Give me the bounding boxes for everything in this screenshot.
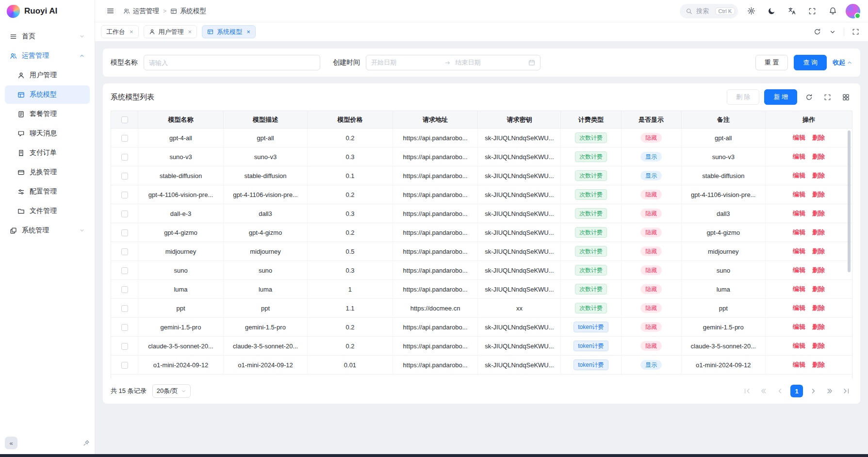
breadcrumb: 运营管理 > 系统模型 [123,7,206,16]
row-checkbox[interactable] [121,229,128,236]
first-page-icon[interactable] [741,385,753,397]
delete-link[interactable]: 删除 [812,191,825,198]
sidebar-item-exchange-management[interactable]: 兑换管理 [5,163,90,181]
current-page[interactable]: 1 [790,385,803,397]
edit-link[interactable]: 编辑 [793,228,805,236]
edit-link[interactable]: 编辑 [793,342,805,349]
close-icon[interactable]: × [246,28,250,35]
chevrons-right-icon[interactable] [823,385,836,397]
model-name-input[interactable] [144,55,320,70]
sidebar-item-operations[interactable]: 运营管理 [5,47,90,65]
row-checkbox[interactable] [121,211,128,217]
delete-link[interactable]: 删除 [812,266,825,274]
delete-link[interactable]: 删除 [812,228,825,236]
page-size-select[interactable]: 20条/页 [152,384,191,398]
delete-link[interactable]: 删除 [812,247,825,255]
logo[interactable]: Ruoyi AI [0,0,95,22]
delete-link[interactable]: 删除 [812,153,825,160]
row-checkbox[interactable] [121,305,128,312]
expand-icon[interactable] [820,90,834,104]
batch-delete-button[interactable]: 删 除 [727,89,760,105]
edit-link[interactable]: 编辑 [793,285,805,293]
add-button[interactable]: 新 增 [764,89,797,105]
row-checkbox[interactable] [121,192,128,198]
row-checkbox[interactable] [121,248,128,255]
cell-request-key: sk-JIUQLNndqSeKWU... [478,261,561,280]
date-range-picker[interactable]: 开始日期 结束日期 [366,55,540,70]
delete-link[interactable]: 删除 [812,134,825,141]
edit-link[interactable]: 编辑 [793,153,805,160]
delete-link[interactable]: 删除 [812,285,825,293]
sidebar-item-label: 聊天消息 [30,129,57,138]
chevron-down-icon[interactable] [826,25,839,39]
chevrons-left-icon[interactable] [757,385,770,397]
sidebar-collapse-button[interactable]: « [5,437,17,449]
close-icon[interactable]: × [188,28,192,35]
row-checkbox[interactable] [121,324,128,331]
edit-link[interactable]: 编辑 [793,210,805,217]
edit-link[interactable]: 编辑 [793,361,805,368]
row-checkbox[interactable] [121,173,128,180]
reset-button[interactable]: 重 置 [755,55,788,70]
edit-link[interactable]: 编辑 [793,134,805,141]
moon-icon[interactable] [764,4,779,18]
delete-link[interactable]: 删除 [812,361,825,368]
billing-type-tag: 次数计费 [575,189,607,200]
sidebar-item-user-management[interactable]: 用户管理 [5,66,90,84]
refresh-icon[interactable] [802,90,816,104]
global-search[interactable]: 搜索 Ctrl K [680,4,738,18]
sidebar-item-chat-messages[interactable]: 聊天消息 [5,124,90,143]
gear-icon[interactable] [744,4,758,18]
billing-type-tag: 次数计费 [575,284,607,294]
row-checkbox[interactable] [121,343,128,350]
delete-link[interactable]: 删除 [812,342,825,349]
close-icon[interactable]: × [130,28,133,35]
sidebar-item-home[interactable]: 首页 [5,27,90,46]
row-checkbox[interactable] [121,362,128,369]
row-checkbox[interactable] [121,154,128,161]
column-settings-icon[interactable] [839,90,852,104]
fullscreen-icon[interactable] [805,4,819,18]
chevron-left-icon[interactable] [774,385,786,397]
breadcrumb-system-model[interactable]: 系统模型 [170,7,206,16]
translate-icon[interactable] [785,4,799,18]
delete-link[interactable]: 删除 [812,172,825,179]
last-page-icon[interactable] [840,385,852,397]
sidebar-item-payment-orders[interactable]: 支付订单 [5,144,90,162]
billing-type-tag: 次数计费 [575,246,607,257]
row-checkbox[interactable] [121,286,128,293]
row-checkbox[interactable] [121,267,128,274]
chevron-right-icon[interactable] [807,385,819,397]
delete-link[interactable]: 删除 [812,323,825,330]
sidebar-item-config-management[interactable]: 配置管理 [5,182,90,201]
table-scrollbar[interactable] [848,131,851,375]
breadcrumb-operations[interactable]: 运营管理 [123,7,159,16]
bell-icon[interactable] [825,4,840,18]
sidebar-item-system[interactable]: 系统管理 [5,221,90,240]
edit-link[interactable]: 编辑 [793,247,805,255]
edit-link[interactable]: 编辑 [793,304,805,311]
delete-link[interactable]: 删除 [812,210,825,217]
hamburger-icon[interactable] [103,4,117,18]
sidebar-item-package-management[interactable]: 套餐管理 [5,105,90,123]
delete-link[interactable]: 删除 [812,304,825,311]
collapse-filters-link[interactable]: 收起 [833,58,852,67]
cell-model-desc: stable-diffusion [224,166,308,185]
sidebar-item-file-management[interactable]: 文件管理 [5,202,90,220]
scrollbar-thumb[interactable] [848,131,851,272]
sidebar-item-system-model[interactable]: 系统模型 [5,85,90,104]
pin-icon[interactable] [83,440,90,446]
edit-link[interactable]: 编辑 [793,191,805,198]
avatar[interactable] [846,4,860,18]
edit-link[interactable]: 编辑 [793,172,805,179]
refresh-icon[interactable] [810,25,824,39]
select-all-checkbox[interactable] [121,116,128,123]
edit-link[interactable]: 编辑 [793,266,805,274]
expand-icon[interactable] [849,25,862,39]
tab-workbench[interactable]: 工作台 × [101,25,139,38]
edit-link[interactable]: 编辑 [793,323,805,330]
tab-user-management[interactable]: 用户管理 × [144,25,197,38]
tab-system-model[interactable]: 系统模型 × [202,25,256,38]
query-button[interactable]: 查 询 [794,55,827,70]
row-checkbox[interactable] [121,135,128,142]
